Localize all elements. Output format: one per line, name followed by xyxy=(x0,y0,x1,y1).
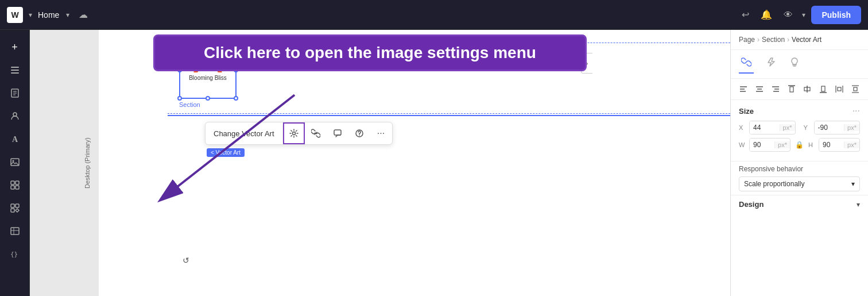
handle-bottom-mid[interactable] xyxy=(206,96,210,101)
align-bottom-button[interactable] xyxy=(816,82,830,96)
sidebar-users-icon[interactable] xyxy=(5,106,25,126)
right-panel: Page › Section › Vector Art xyxy=(730,30,868,296)
svg-rect-11 xyxy=(11,181,14,184)
align-center-v-button[interactable] xyxy=(801,82,815,96)
h-label: H xyxy=(808,141,815,148)
breadcrumb-page[interactable]: Page xyxy=(739,36,755,44)
bell-button[interactable]: 🔔 xyxy=(757,7,776,22)
sidebar-grid-icon[interactable] xyxy=(5,175,25,195)
home-chevron-icon: ▾ xyxy=(29,11,32,19)
svg-point-10 xyxy=(12,160,14,162)
collapse-panel-button[interactable]: › xyxy=(581,53,592,74)
y-label: Y xyxy=(804,124,811,131)
sidebar-components-icon[interactable] xyxy=(5,198,25,218)
handle-top-right[interactable] xyxy=(234,40,238,44)
vector-art-name: Blooming Bliss xyxy=(189,75,227,81)
svg-rect-1 xyxy=(11,70,19,71)
tab-link[interactable] xyxy=(739,55,754,74)
y-input-wrap[interactable]: px* xyxy=(814,121,861,134)
breadcrumb-sep1: › xyxy=(757,36,760,44)
home-dropdown-icon: ▾ xyxy=(66,11,69,19)
handle-mid-left[interactable] xyxy=(177,68,182,72)
w-input-wrap[interactable]: px* xyxy=(749,138,790,152)
svg-rect-13 xyxy=(11,186,14,189)
sidebar-layers-icon[interactable] xyxy=(5,60,25,80)
help-button[interactable] xyxy=(348,122,370,144)
canvas-area[interactable]: Desktop (Primary) xyxy=(30,30,730,296)
svg-point-29 xyxy=(193,58,194,61)
sidebar-text-icon[interactable]: A xyxy=(5,129,25,149)
align-right-button[interactable] xyxy=(769,82,782,96)
svg-rect-0 xyxy=(11,67,19,68)
svg-text:{}: {} xyxy=(10,251,18,258)
x-label: X xyxy=(739,124,746,131)
tab-lightning[interactable] xyxy=(763,55,778,74)
w-input[interactable] xyxy=(750,139,774,151)
x-input[interactable] xyxy=(750,121,780,134)
y-input[interactable] xyxy=(815,121,844,134)
size-title: Size xyxy=(739,107,754,116)
tab-bulb[interactable] xyxy=(787,55,802,74)
design-section[interactable]: Design ▾ xyxy=(731,195,868,213)
size-section: Size ··· X px* Y px* W xyxy=(731,100,868,161)
selection-line-bottom xyxy=(168,113,730,114)
x-input-wrap[interactable]: px* xyxy=(749,121,796,134)
xy-row: X px* Y px* xyxy=(739,121,860,134)
handle-bottom-right[interactable] xyxy=(234,96,238,101)
h-input[interactable] xyxy=(819,139,844,151)
left-sidebar: + A {} xyxy=(0,30,30,296)
w-unit: px* xyxy=(774,141,790,148)
distribute-h-button[interactable] xyxy=(832,82,846,96)
handle-bottom-left[interactable] xyxy=(177,96,182,101)
handle-top-left[interactable] xyxy=(177,40,182,44)
canvas-element-container[interactable]: Blooming Bliss Section xyxy=(179,41,271,110)
breadcrumb-section[interactable]: Section xyxy=(762,36,785,44)
responsive-title: Responsive behavior xyxy=(739,165,860,173)
logo[interactable]: W xyxy=(7,7,23,23)
home-label[interactable]: Home xyxy=(38,10,59,20)
align-center-h-button[interactable] xyxy=(753,82,766,96)
topbar: W ▾ Home ▾ ☁ ↩ 🔔 👁 ▾ Publish xyxy=(0,0,868,30)
more-button[interactable]: ··· xyxy=(370,122,392,144)
responsive-select[interactable]: Scale proportionally ▾ xyxy=(739,176,860,191)
distribute-v-button[interactable] xyxy=(848,82,862,96)
link-button[interactable] xyxy=(305,122,327,144)
svg-text:A: A xyxy=(12,135,18,144)
svg-rect-16 xyxy=(16,204,19,207)
h-input-wrap[interactable]: px* xyxy=(819,138,860,152)
sidebar-pages-icon[interactable] xyxy=(5,83,25,103)
svg-rect-14 xyxy=(16,186,19,189)
undo-button[interactable]: ↺ xyxy=(179,253,193,267)
size-options-button[interactable]: ··· xyxy=(852,106,860,116)
eye-button[interactable]: 👁 xyxy=(780,7,796,22)
svg-rect-17 xyxy=(11,209,14,212)
svg-rect-52 xyxy=(822,86,825,91)
align-top-button[interactable] xyxy=(785,82,799,96)
publish-button[interactable]: Publish xyxy=(811,6,861,24)
handle-mid-right[interactable] xyxy=(234,68,238,72)
svg-rect-58 xyxy=(854,87,857,91)
section-line xyxy=(168,115,730,116)
settings-button[interactable] xyxy=(283,122,305,144)
svg-point-28 xyxy=(193,68,199,72)
canvas-inner[interactable]: Blooming Bliss Section ↺ Change Vector A… xyxy=(99,30,730,296)
sidebar-code-icon[interactable]: {} xyxy=(5,244,25,264)
selected-element[interactable]: Blooming Bliss Section xyxy=(179,41,237,99)
svg-point-26 xyxy=(216,68,222,72)
w-label: W xyxy=(739,141,746,148)
comment-button[interactable] xyxy=(327,122,348,144)
alignment-row xyxy=(731,79,868,100)
undo-button[interactable]: ↩ xyxy=(738,7,753,22)
sidebar-add-icon[interactable]: + xyxy=(5,37,25,57)
h-unit: px* xyxy=(844,141,859,148)
svg-rect-18 xyxy=(11,228,19,235)
sidebar-image-icon[interactable] xyxy=(5,152,25,172)
handle-top-mid[interactable] xyxy=(206,40,210,44)
sidebar-table-icon[interactable] xyxy=(5,221,25,241)
svg-rect-12 xyxy=(16,181,19,184)
align-left-button[interactable] xyxy=(737,82,750,96)
x-unit: px* xyxy=(780,124,795,131)
lock-icon[interactable]: 🔒 xyxy=(795,141,804,149)
breadcrumb-vector-art: Vector Art xyxy=(792,36,822,44)
svg-rect-33 xyxy=(334,130,341,135)
